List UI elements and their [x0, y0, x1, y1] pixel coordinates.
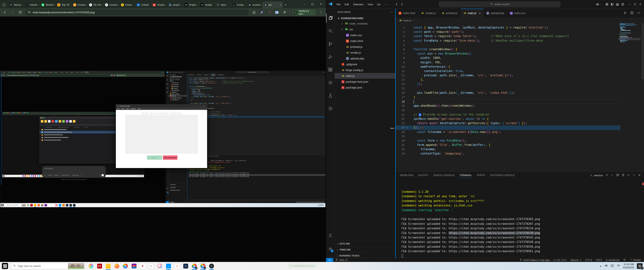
nested-tab[interactable]: Wha×: [11, 71, 16, 73]
project-root-row[interactable]: ∨ SCREEN-RECORD: [335, 16, 396, 21]
browser-tab[interactable]: //Input -: [215, 2, 231, 8]
nested-taskbar-icon[interactable]: [62, 204, 65, 206]
account-icon[interactable]: [326, 231, 335, 240]
app-menu-window[interactable]: Window: [131, 108, 136, 109]
live-share-icon[interactable]: [326, 78, 335, 87]
explorer-more-icon[interactable]: ⋯: [390, 11, 393, 14]
fold-icon[interactable]: ›: [405, 125, 410, 130]
start-button[interactable]: [2, 263, 8, 269]
history-icon[interactable]: [326, 104, 335, 113]
breadcrumb[interactable]: JS main.js › …: [396, 18, 644, 23]
nested-editor-tab-upload.php[interactable]: upload.php: [216, 73, 225, 76]
nested-file-node_modules[interactable]: node_modules: [169, 78, 187, 80]
wifi-icon[interactable]: [617, 264, 620, 268]
app-menu-edit[interactable]: Edit: [122, 108, 124, 109]
code-line[interactable]: 23 return await desktopCapturer.getSourc…: [396, 121, 620, 125]
code-line[interactable]: 13 },: [396, 78, 620, 82]
nested-tab[interactable]: Nex×: [1, 71, 6, 73]
browser-tab[interactable]: IIntervie: [24, 2, 40, 8]
nested-tab[interactable]: Ass×: [33, 71, 38, 73]
editor-tab-render.js[interactable]: JSrender.js: [418, 9, 439, 18]
split-terminal-icon[interactable]: [616, 174, 619, 177]
file-item-preload.js[interactable]: JSpreload.js: [335, 44, 396, 50]
browser-tab[interactable]: v0Project: [183, 2, 199, 8]
composer-chip-deep-research[interactable]: Deep research: [60, 174, 70, 176]
editor-tab-index.html[interactable]: 5index.html: [396, 9, 418, 18]
back-icon[interactable]: [2, 10, 8, 15]
profile-button[interactable]: ● Verify it's you: [292, 10, 316, 15]
nested-taskbar-icon[interactable]: [48, 204, 50, 206]
status-item-ln-18-col-1[interactable]: Ln 18, Col 1: [554, 258, 567, 261]
editor-scrollbar[interactable]: [642, 23, 644, 79]
nested-tab[interactable]: SQL×: [16, 71, 22, 73]
testing-icon[interactable]: [326, 91, 335, 100]
run-debug-icon[interactable]: [326, 52, 335, 61]
customize-layout-icon[interactable]: [604, 2, 610, 7]
tab-close-icon[interactable]: ×: [479, 12, 481, 15]
browser-tab[interactable]: v0Analyti: [199, 2, 215, 8]
new-terminal-icon[interactable]: [606, 174, 608, 177]
file-item-main.js[interactable]: JSmain.js: [335, 73, 396, 79]
nested-taskbar-icon[interactable]: [41, 204, 44, 206]
attach-icon[interactable]: +: [44, 174, 46, 176]
nested-file-package.json[interactable]: package.json: [169, 99, 187, 100]
file-item-.gitignore[interactable]: .gitignore: [335, 61, 396, 67]
code-line[interactable]: 16 win.loadFile(path.join(__dirname, 'sr…: [396, 91, 620, 95]
nested-editor-tab-render.js[interactable]: render.js: [196, 73, 202, 76]
nested-panel-tab[interactable]: POSTMAN CONSOLE: [208, 156, 219, 157]
nested-file-.gitignore[interactable]: .gitignore: [169, 91, 187, 93]
nested-file-src[interactable]: src: [169, 80, 187, 82]
nested-file-forge.config.js[interactable]: forge.config.js: [169, 93, 187, 95]
panel-close-icon[interactable]: [638, 174, 641, 177]
taskbar-icon-winrar[interactable]: ≡: [131, 263, 137, 269]
browser-tab[interactable]: ◆project: [167, 2, 183, 8]
uploaded-url[interactable]: https://chat.mcqstudy.com/ss/screenshot-…: [449, 231, 540, 235]
code-line[interactable]: 19app.whenReady().then(createWindow);: [396, 104, 620, 108]
nested-tab[interactable]: scr×: [84, 71, 89, 73]
taskbar-icon-chrome[interactable]: [122, 263, 128, 269]
taskbar-icon-chrome-dark[interactable]: ●: [200, 263, 206, 269]
split-editor-icon[interactable]: [630, 11, 634, 15]
extension-feather-icon[interactable]: [259, 10, 264, 15]
nested-tab[interactable]: Int×: [6, 71, 11, 73]
tab-close-icon[interactable]: ×: [280, 4, 282, 6]
nested-tab[interactable]: Inp×: [69, 71, 74, 73]
composer-chip-search[interactable]: Search: [47, 174, 53, 176]
nested-file-main.js[interactable]: main.js: [169, 95, 187, 97]
nested-file-package-lock.json[interactable]: package-lock.json: [169, 97, 187, 99]
editor-tab-index.css[interactable]: cssindex.css: [507, 9, 528, 18]
display-icon[interactable]: [611, 264, 614, 268]
composer-chip-create-image[interactable]: Create image: [71, 174, 80, 176]
code-line[interactable]: 20: [396, 108, 620, 112]
address-bar[interactable]: chat.mcqstudy.com/ss/screenshot-17473705…: [25, 9, 249, 15]
status-item-utf-8[interactable]: UTF-8: [585, 258, 592, 261]
run-button[interactable]: [624, 11, 626, 15]
code-line[interactable]: 6function createWindow() {: [396, 47, 620, 52]
toggle-secondary-sidebar-icon[interactable]: [620, 2, 625, 7]
app-menu-file[interactable]: File: [118, 108, 120, 109]
menu-item-selection[interactable]: Selection: [351, 3, 366, 6]
code-line[interactable]: 32 filename,: [396, 147, 620, 152]
nested-taskbar-icon[interactable]: [34, 204, 36, 206]
toggle-panel-icon[interactable]: [615, 2, 620, 7]
nested-editor-tab-index.html[interactable]: index.html: [188, 73, 196, 76]
nested-taskbar-icon[interactable]: [38, 204, 40, 206]
code-line[interactable]: 18: [396, 99, 620, 104]
taskbar-icon-electron[interactable]: ◎: [208, 263, 214, 269]
nested-taskbar-icon[interactable]: [59, 204, 61, 206]
code-editor[interactable]: 1const { app, BrowserWindow, ipcMain, de…: [396, 23, 620, 180]
menu-item-view[interactable]: View: [366, 3, 375, 6]
uploaded-url[interactable]: https://chat.mcqstudy.com/ss/screenshot-…: [449, 236, 540, 239]
mic-icon[interactable]: [99, 174, 100, 176]
nested-taskbar-icon[interactable]: [55, 204, 58, 206]
settings-gear-icon[interactable]: 1: [326, 244, 335, 253]
composer-chip-reason[interactable]: Reason: [54, 174, 60, 176]
taskbar-icon-chrome-s[interactable]: S: [191, 263, 197, 269]
minimap[interactable]: [620, 23, 640, 124]
nested-tab[interactable]: Cre×: [74, 71, 79, 73]
nested-command-center[interactable]: screen-record: [236, 71, 269, 73]
capturing-button[interactable]: Capturing...: [147, 156, 162, 160]
taskbar-search[interactable]: Type here to search: [11, 263, 84, 269]
panel-tab-ports[interactable]: PORTS: [477, 172, 485, 179]
nested-taskbar-icon[interactable]: [73, 204, 76, 206]
